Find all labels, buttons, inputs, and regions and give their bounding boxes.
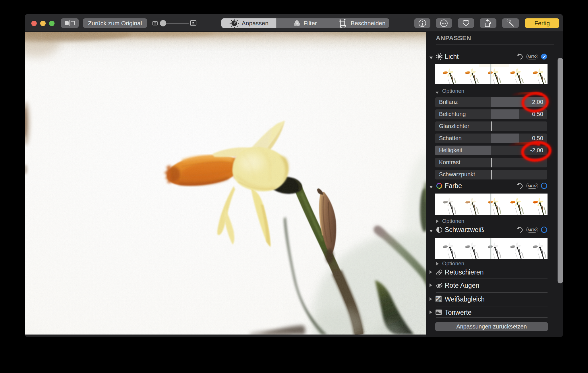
- svg-text:W: W: [436, 296, 439, 299]
- svg-text:B: B: [439, 299, 441, 302]
